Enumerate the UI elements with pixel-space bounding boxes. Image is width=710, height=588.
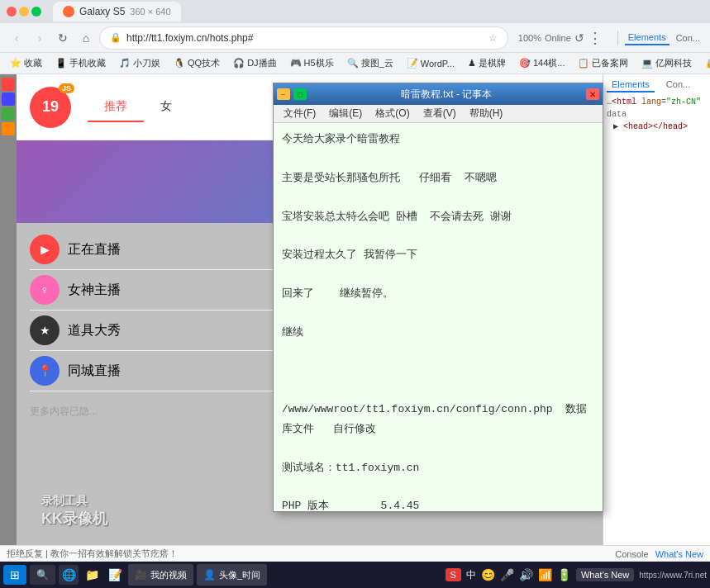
whats-new-button[interactable]: What's New (576, 568, 634, 581)
bookmark-qq[interactable]: 🐧 QQ技术 (170, 55, 223, 71)
status-right: Console What's New (615, 549, 703, 559)
emoji-icon: 😊 (481, 568, 495, 581)
devtools-elements-tab[interactable]: Elements (625, 31, 669, 45)
devtools-header: Elements Con... (607, 78, 707, 92)
live-icon-props: ★ (30, 315, 60, 345)
notepad-close-btn[interactable]: ✕ (586, 88, 599, 100)
taskbar-right: S 中 😊 🎤 🔊 📶 🔋 What's New https://www.7ri… (446, 568, 707, 582)
ime-button[interactable]: S (446, 568, 461, 581)
volume-icon[interactable]: 🔊 (519, 568, 533, 581)
bookmark-h5[interactable]: 🎮 H5棋乐 (287, 55, 337, 71)
notepad-menu-edit[interactable]: 编辑(E) (322, 105, 369, 122)
browser-navbar: ‹ › ↻ ⌂ 🔒 http://tt1.foxiym.cn/hots.php#… (0, 23, 710, 53)
notepad-menubar: 文件(F) 编辑(E) 格式(O) 查看(V) 帮助(H) (274, 105, 603, 123)
notepad-title: 暗雷教程.txt - 记事本 (310, 88, 583, 102)
refresh-icon[interactable]: ↺ (574, 31, 584, 45)
devtools-bottom-whatsnew[interactable]: What's New (655, 549, 703, 559)
bookmark-mobile[interactable]: 📱 手机收藏 (52, 55, 109, 71)
bookmark-dj[interactable]: 🎧 DJ播曲 (230, 55, 279, 71)
devtools-bottom-console[interactable]: Console (615, 549, 648, 559)
taskbar-folder-icon[interactable]: 📁 (82, 565, 102, 585)
live-label-3: 道具大秀 (68, 322, 121, 339)
nav-tab-tuijian[interactable]: 推荐 (88, 92, 144, 122)
nav-tab-nv[interactable]: 女 (144, 92, 188, 122)
browser-titlebar: Galaxy S5 360 × 640 (0, 0, 710, 23)
status-text: 拒绝反复 | 教你一招有效解解锁关节疙瘩！ (7, 548, 178, 560)
address-url: http://tt1.foxiym.cn/hots.php# (126, 32, 253, 44)
search-icon: 🔍 (36, 569, 49, 581)
site-nav-tabs: 推荐 女 (88, 92, 188, 122)
address-lock-icon: 🔒 (110, 32, 122, 43)
notepad-menu-help[interactable]: 帮助(H) (463, 105, 510, 122)
bookmark-beian[interactable]: 📋 已备案网 (574, 55, 631, 71)
window-maximize-btn[interactable] (31, 7, 41, 17)
taskbar-url-display: https://www.7ri.net (639, 571, 707, 580)
logo-badge: JS (59, 83, 74, 93)
network-icon[interactable]: 📶 (538, 568, 552, 581)
bookmark-yiwang[interactable]: 💻 亿网科技 (638, 55, 695, 71)
bookmark-shoucang[interactable]: ⭐ 收藏 (7, 55, 45, 71)
browser-chrome: Galaxy S5 360 × 640 ‹ › ↻ ⌂ 🔒 http://tt1… (0, 0, 710, 74)
live-label-1: 正在直播 (68, 241, 121, 258)
avatar-icon: 👤 (203, 569, 216, 581)
window-close-btn[interactable] (7, 7, 17, 17)
taskbar-notepad-icon[interactable]: 📝 (105, 565, 125, 585)
address-bar[interactable]: 🔒 http://tt1.foxiym.cn/hots.php# ☆ (99, 26, 508, 50)
taskbar-myvideo-label: 我的视频 (150, 569, 187, 581)
bookmark-xiaodao[interactable]: 🎵 小刀娱 (116, 55, 164, 71)
folder-icon: 📁 (85, 568, 99, 581)
forward-button[interactable]: › (30, 28, 50, 48)
tab-dimensions: 360 × 640 (130, 7, 170, 17)
zoom-level: 100% (518, 33, 541, 43)
video-icon: 🎥 (135, 569, 147, 581)
sidebar-icon-3 (2, 107, 15, 121)
site-logo: 19 JS (30, 87, 71, 128)
bookmark-qipai[interactable]: ♟ 是棋牌 (465, 55, 509, 71)
taskbar-item-myvideo[interactable]: 🎥 我的视频 (128, 564, 193, 586)
browser-icon: 🌐 (62, 568, 76, 581)
devtools-console-tab[interactable]: Con... (673, 31, 703, 45)
taskbar: ⊞ 🔍 🌐 📁 📝 🎥 我的视频 👤 头像_时间 S 中 😊 🎤 🔊 📶 🔋 W… (0, 562, 710, 588)
taskbar-browser-icon[interactable]: 🌐 (59, 565, 79, 585)
notepad-menu-format[interactable]: 格式(O) (369, 105, 416, 122)
watermark-line1: 录制工具 (41, 494, 107, 509)
devtools-tab-console[interactable]: Con... (661, 78, 695, 92)
online-mode: Online (545, 33, 571, 43)
status-bar: 拒绝反复 | 教你一招有效解解锁关节疙瘩！ Console What's New (0, 545, 710, 562)
taskbar-item-avatar[interactable]: 👤 头像_时间 (197, 564, 267, 586)
bookmarks-bar: ⭐ 收藏 📱 手机收藏 🎵 小刀娱 🐧 QQ技术 🎧 DJ播曲 🎮 H5棋乐 🔍… (0, 53, 710, 74)
browser-toolbar-right: 100% Online ↺ ⋮ (512, 29, 608, 47)
notepad-window: − □ 暗雷教程.txt - 记事本 ✕ 文件(F) 编辑(E) 格式(O) 查… (273, 83, 603, 512)
menu-dots-icon[interactable]: ⋮ (588, 29, 601, 47)
notepad-menu-file[interactable]: 文件(F) (277, 105, 322, 122)
taskbar-start-button[interactable]: ⊞ (3, 565, 26, 585)
devtools-tab-elements[interactable]: Elements (607, 78, 655, 92)
devtools-code-line-2: ▶ <head></head> (613, 121, 707, 133)
ime-mode[interactable]: 中 (466, 568, 476, 582)
bookmark-144[interactable]: 🎯 144棋... (516, 55, 569, 71)
notepad-minimize-btn[interactable]: − (277, 88, 290, 100)
bookmark-somd5[interactable]: 🔒 SOMD5 (702, 56, 710, 70)
notepad-maximize-btn[interactable]: □ (293, 88, 307, 100)
sidebar-icon-2 (2, 92, 15, 106)
window-minimize-btn[interactable] (19, 7, 29, 17)
notepad-titlebar: − □ 暗雷教程.txt - 记事本 ✕ (274, 83, 603, 105)
bookmark-wordpress[interactable]: 📝 WordP... (403, 56, 458, 70)
home-button[interactable]: ⌂ (76, 28, 96, 48)
live-icon-local: 📍 (30, 356, 60, 386)
notepad-menu-view[interactable]: 查看(V) (417, 105, 463, 122)
content-area: 19 JS 推荐 女 萝妮 隐形 我是三 我在 ▶ 正在直播 ♀ 女 (0, 74, 710, 562)
live-label-2: 女神主播 (68, 282, 121, 299)
back-button[interactable]: ‹ (7, 28, 26, 48)
devtools-content: …<html lang="zh-CN" data ▶ <head></head> (607, 96, 707, 133)
tab-label: Galaxy S5 (79, 6, 125, 17)
notepad-content[interactable]: 今天给大家录个暗雷教程 主要是受站长那骚包所托 仔细看 不嗯嗯 宝塔安装总太特么… (274, 123, 603, 511)
browser-favicon (63, 6, 74, 17)
watermark-line2: KK录像机 (41, 509, 107, 529)
bookmark-sotu[interactable]: 🔍 搜图_云 (344, 55, 397, 71)
reload-button[interactable]: ↻ (53, 28, 73, 48)
browser-tab[interactable]: Galaxy S5 360 × 640 (53, 2, 181, 21)
notepad-icon: 📝 (108, 568, 122, 581)
sidebar-icon-4 (2, 122, 15, 135)
taskbar-search[interactable]: 🔍 (30, 565, 55, 585)
